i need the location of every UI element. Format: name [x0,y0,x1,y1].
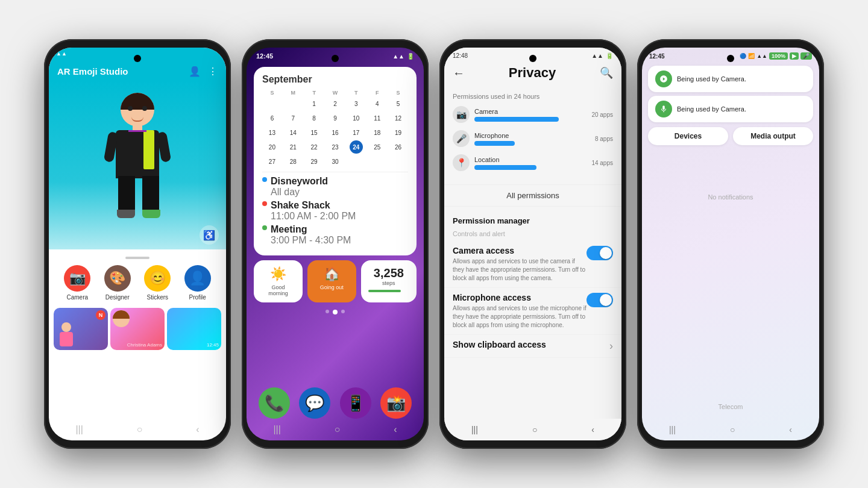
punch-hole-4 [727,55,734,62]
nav-back-3[interactable]: ‹ [591,425,594,434]
back-button[interactable]: ← [453,66,465,80]
tab-media-output[interactable]: Media output [733,127,813,145]
nav-recents-icon[interactable]: ||| [75,424,83,435]
nav-bar-2: ||| ○ ‹ [247,419,424,440]
ar-icon-camera[interactable]: 📷 Camera [64,265,90,301]
event-time-1: All day [271,187,328,198]
tab-devices[interactable]: Devices [648,127,728,145]
accessibility-button[interactable]: ♿ [200,225,219,245]
dot-3 [341,310,345,313]
ar-header-actions: 👤 ⋮ [189,66,218,77]
nav-home-3[interactable]: ○ [532,425,537,434]
nav-back-icon-2[interactable]: ‹ [394,424,397,435]
gallery-item-2[interactable]: Christina Adams [110,308,165,350]
camera-notif-text: Being used by Camera. [677,75,746,83]
home-time: 12:45 [256,52,273,60]
location-bar [474,165,536,170]
cal-day-9: 9 [329,111,342,125]
cal-day-12: 12 [392,111,405,125]
cal-day-5: 5 [392,97,405,110]
nav-recents-4[interactable]: ||| [669,425,676,434]
home-status-icons: ▲▲ 🔋 [392,53,414,60]
nav-back-icon[interactable]: ‹ [196,424,199,435]
ar-icon-profile[interactable]: 👤 Profile [184,265,211,301]
dock-camera[interactable]: 📸 [380,387,412,419]
cal-day-19: 19 [392,126,405,139]
nav-recents-icon-2[interactable]: ||| [273,424,280,435]
widget-steps[interactable]: 3,258 steps [361,260,417,302]
telecom-label: Telecom [642,403,819,410]
cal-day-26: 26 [392,140,405,154]
mic-bar [474,141,515,146]
dock-messages[interactable]: 💬 [299,387,330,419]
dock-bixby[interactable]: 📱 [340,387,371,419]
nav-home-4[interactable]: ○ [730,425,735,434]
permission-camera: 📷 Camera 20 apps [453,106,613,123]
cal-day-25: 25 [371,140,384,154]
nav-home-icon[interactable]: ○ [137,424,143,435]
event-dot-3 [262,225,267,230]
ar-icon-designer[interactable]: 🎨 Designer [104,265,131,301]
ar-app-header: AR Emoji Studio 👤 ⋮ [49,60,226,81]
camera-bar [474,117,559,122]
calendar-widget[interactable]: September S M T W T F S 1 2 3 4 5 [254,67,417,255]
privacy-status-icons: ▲▲ 🔋 [591,52,613,59]
camera-permission-icon: 📷 [453,106,470,123]
dock-phone[interactable]: 📞 [259,387,290,419]
camera-active-icon: ▶ [790,52,799,60]
mic-access-toggle[interactable] [587,293,613,307]
qp-tabs: Devices Media output [648,127,813,145]
phone-3: 12:48 ▲▲ 🔋 ← Privacy 🔍 Permissions used … [439,39,626,449]
gallery-item-3[interactable]: 12:45 [167,308,221,350]
mic-active-icon: 🎤 [800,52,812,60]
camera-access-toggle[interactable] [587,246,613,260]
event-shake-shack: Shake Shack 11:00 AM - 2:00 PM [262,200,408,222]
phone-1: ▲▲ AR Emoji Studio 👤 ⋮ [44,39,231,449]
cal-day-28: 28 [286,155,300,168]
notification-camera: Being used by Camera. [648,66,813,92]
cal-day-4: 4 [371,97,384,110]
no-notifications-text: No notifications [642,193,819,201]
battery-percentage: 100% [769,52,788,60]
mic-access-desc: Allows apps and services to use the micr… [453,304,587,330]
all-permissions-button[interactable]: All permissions [444,184,621,207]
nav-bar-3: ||| ○ ‹ [444,419,621,440]
nav-back-4[interactable]: ‹ [789,425,792,434]
location-bar-area: Location [474,156,587,170]
app-dock: 📞 💬 📱 📸 [254,387,417,419]
wifi-qp-icon: 📶 [748,53,755,59]
more-options-icon[interactable]: ⋮ [208,66,218,77]
cal-day-20: 20 [265,140,278,154]
mic-count: 8 apps [595,136,613,142]
steps-progress-bar [368,290,401,292]
ar-bottom-panel: 📷 Camera 🎨 Designer 😊 Stickers 👤 Profile [49,249,226,357]
privacy-time: 12:48 [453,52,468,59]
mic-notif-text: Being used by Camera. [677,105,746,113]
ar-icon-stickers[interactable]: 😊 Stickers [144,265,171,301]
calendar-month: September [262,74,408,85]
widget-weather[interactable]: ☀️ Good morning [254,260,303,302]
add-person-icon[interactable]: 👤 [189,66,201,77]
cal-day-2: 2 [329,97,342,110]
cal-day-24-today[interactable]: 24 [350,140,363,154]
permission-manager-label: Permission manager [444,211,621,228]
chevron-down-icon: › [609,340,613,352]
punch-hole-1 [134,55,141,62]
cal-day-7: 7 [286,111,300,125]
permission-microphone: 🎤 Microphone 8 apps [453,130,613,147]
camera-access-title: Camera access [453,246,587,255]
weather-label: Good morning [261,284,295,296]
cal-day-30: 30 [329,155,342,168]
location-permission-name: Location [474,156,587,163]
nav-home-icon-2[interactable]: ○ [335,424,341,435]
cal-day-6: 6 [265,111,278,125]
widget-routine[interactable]: 🏠 Going out [307,260,356,302]
profile-label: Profile [189,294,206,301]
gallery-item-1[interactable]: N [54,308,108,350]
designer-label: Designer [105,294,130,301]
mic-notif-icon [655,101,672,117]
nav-recents-3[interactable]: ||| [471,425,478,434]
search-button[interactable]: 🔍 [600,66,613,80]
cal-day-29: 29 [307,155,321,168]
cal-day-8: 8 [307,111,321,125]
